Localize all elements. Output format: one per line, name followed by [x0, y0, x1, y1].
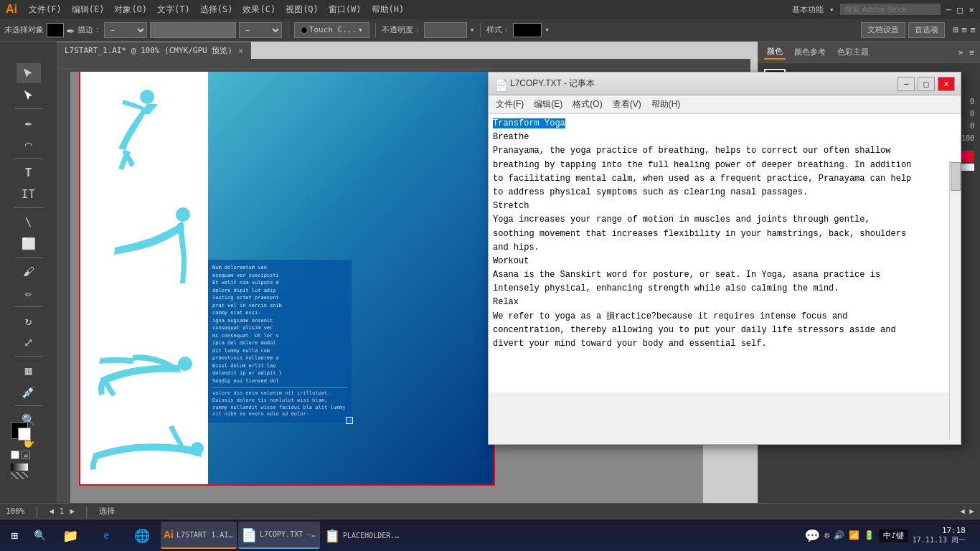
stroke-value-input[interactable]	[150, 22, 236, 38]
type-tool[interactable]: T	[17, 162, 41, 182]
adobe-stock-search[interactable]	[840, 4, 941, 15]
pen-tool-icon[interactable]: ✒	[67, 22, 75, 37]
gradient-tool[interactable]: ▦	[17, 360, 41, 380]
tray-icon-settings[interactable]: ⚙	[824, 530, 829, 540]
doc-tab[interactable]: L7START_1.AI* @ 100% (CMYK/GPU 预览) ×	[57, 42, 251, 59]
direct-select-tool[interactable]	[17, 85, 41, 105]
style-dropdown[interactable]: ▾	[545, 25, 550, 34]
menu-text[interactable]: 文字(T)	[157, 4, 190, 16]
opacity-dropdown[interactable]: ▾	[470, 25, 475, 34]
pen-tool[interactable]: ✒	[17, 113, 41, 133]
ime-indicator[interactable]: 中♪键	[879, 529, 908, 542]
show-desktop-btn[interactable]	[970, 519, 974, 552]
start-btn[interactable]: ⊞	[0, 519, 29, 552]
menu-select[interactable]: 选择(S)	[200, 4, 233, 16]
taskbar-placeholder[interactable]: 📋 PLACEHOLDER.TX...	[321, 522, 403, 549]
line-tool[interactable]: \	[17, 212, 41, 232]
touch-calligraphy-btn[interactable]: Touch C... ▾	[294, 22, 369, 38]
menu-edit[interactable]: 编辑(E)	[72, 4, 105, 16]
np-view-menu[interactable]: 查看(V)	[608, 97, 646, 112]
stroke-select[interactable]: −	[104, 22, 147, 38]
overlay-text-content: Num doloreetum ven esequam ver suscipist…	[212, 264, 347, 385]
status-sep-1: |	[34, 504, 41, 518]
fill-color-box[interactable]	[47, 23, 64, 37]
svg-rect-0	[57, 59, 750, 72]
doc-tab-close[interactable]: ×	[238, 46, 243, 56]
opacity-input[interactable]: 100%	[424, 22, 467, 38]
np-file-menu[interactable]: 文件(F)	[491, 97, 528, 112]
swap-colors-btn[interactable]: ⇄	[22, 451, 30, 459]
menu-effect[interactable]: 效果(C)	[242, 4, 275, 16]
next-page-btn[interactable]: ▶	[70, 507, 75, 516]
prev-page-btn[interactable]: ◀	[49, 507, 54, 516]
notepad-text-area[interactable]: Transform Yoga Breathe Pranayama, the yo…	[489, 114, 961, 392]
panel-expand-btn[interactable]: »	[958, 47, 963, 57]
more-options-icon[interactable]: ≡	[970, 24, 976, 35]
touch-dropdown-icon[interactable]: ▾	[358, 25, 363, 34]
notepad-scrollbar[interactable]	[949, 161, 961, 439]
paintbrush-tool[interactable]: 🖌	[17, 261, 41, 281]
restore-app-btn[interactable]: □	[957, 4, 963, 15]
color-theme-panel-tab[interactable]: 色彩主题	[834, 45, 872, 59]
basic-functions-label: 基本功能	[792, 4, 824, 15]
taskbar-edge[interactable]: e	[89, 522, 123, 549]
tray-icon-vol[interactable]: 🔊	[834, 530, 844, 540]
scale-tool[interactable]: ⤢	[17, 332, 41, 352]
notepad-titlebar[interactable]: 📄 L7COPY.TXT - 记事本 − □ ×	[489, 72, 961, 95]
taskbar-file-explorer[interactable]: 📁	[53, 522, 88, 549]
gradient-indicator[interactable]	[11, 463, 28, 471]
basic-functions-dropdown[interactable]: ▾	[829, 5, 834, 14]
menu-view[interactable]: 视图(Q)	[286, 4, 319, 16]
menu-file[interactable]: 文件(F)	[29, 4, 62, 16]
curvature-tool[interactable]: ⌒	[17, 134, 41, 154]
overlay-text-bottom: volore dio enim velenim nit irillutpat. …	[212, 387, 347, 418]
toolbar: 未选择对象 ✒ 描边： − − Touch C... ▾ 不透明度： 100% …	[0, 19, 980, 42]
default-colors-btn[interactable]	[11, 451, 19, 459]
yoga-figure-2	[83, 199, 204, 292]
arrange-list-icon[interactable]: ≡	[961, 24, 967, 35]
opacity-label: 不透明度：	[382, 24, 421, 35]
stroke-style-select[interactable]: −	[239, 22, 282, 38]
tray-icon-battery[interactable]: 🔋	[864, 530, 875, 540]
left-tool-panel: ✒ ⌒ T IT \ ⬜ 🖌 ✏ ↻ ⤢ ▦ 💉 🔍 ✋ ⇄	[0, 42, 57, 551]
minimize-app-btn[interactable]: −	[946, 4, 952, 15]
scrollbar-thumb[interactable]	[951, 162, 961, 191]
tray-icon-network[interactable]: 📶	[849, 530, 859, 540]
artboard-nav[interactable]: ◀ ▶	[960, 507, 974, 516]
taskbar-search-btn[interactable]: 🔍	[29, 519, 50, 552]
yoga-figure-3	[86, 321, 201, 400]
pencil-tool[interactable]: ✏	[17, 283, 41, 303]
np-edit-menu[interactable]: 编辑(E)	[529, 97, 567, 112]
color-guide-panel-tab[interactable]: 颜色参考	[791, 45, 829, 59]
system-clock[interactable]: 17:18 17.11.13 周一	[913, 526, 966, 545]
preferences-btn[interactable]: 首选项	[908, 22, 945, 38]
panel-menu-btn[interactable]: ≡	[969, 47, 974, 57]
close-app-btn[interactable]: ×	[969, 4, 974, 15]
menu-window[interactable]: 窗口(W)	[329, 4, 362, 16]
notepad-minimize-btn[interactable]: −	[897, 77, 915, 91]
taskbar-browser-2[interactable]: 🌐	[125, 522, 159, 549]
style-color-box[interactable]	[513, 23, 542, 37]
notepad-close-btn[interactable]: ×	[938, 77, 955, 91]
illustrator-icon: Ai	[164, 529, 174, 540]
rect-tool[interactable]: ⬜	[17, 233, 41, 253]
notepad-restore-btn[interactable]: □	[918, 77, 935, 91]
tray-icon-chat[interactable]: 💬	[804, 528, 820, 543]
stroke-color-swatch[interactable]	[18, 428, 31, 441]
eyedropper-tool[interactable]: 💉	[17, 382, 41, 402]
taskbar-illustrator[interactable]: Ai L7START_1.AI* @...	[161, 522, 237, 549]
np-help-menu[interactable]: 帮助(H)	[647, 97, 685, 112]
color-panel-tab[interactable]: 颜色	[764, 44, 786, 60]
taskbar-notepad[interactable]: 📄 L7COPY.TXT - 记...	[238, 522, 320, 549]
selection-tool[interactable]	[17, 63, 41, 83]
vertical-type-tool[interactable]: IT	[17, 184, 41, 204]
doc-settings-btn[interactable]: 文档设置	[861, 22, 905, 38]
menu-object[interactable]: 对象(O)	[114, 4, 147, 16]
np-format-menu[interactable]: 格式(O)	[568, 97, 606, 112]
notepad-window: 📄 L7COPY.TXT - 记事本 − □ × 文件(F) 编辑(E) 格式(…	[488, 72, 961, 445]
rotate-tool[interactable]: ↻	[17, 311, 41, 331]
arrange-icon[interactable]: ⊞	[953, 24, 959, 35]
none-indicator[interactable]	[11, 472, 28, 479]
menu-help[interactable]: 帮助(H)	[372, 4, 405, 16]
text-frame-handle[interactable]	[346, 417, 353, 424]
